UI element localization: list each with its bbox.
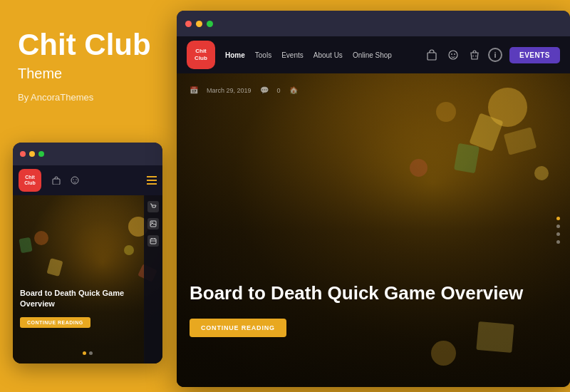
mobile-dot-yellow xyxy=(29,151,35,157)
svg-point-2 xyxy=(73,179,73,180)
hamburger-line-1 xyxy=(147,176,157,177)
mobile-hero-title: Board to Death Quick Game Overview xyxy=(20,288,138,309)
desktop-mockup: ChitClub Home Tools Events About Us Onli… xyxy=(177,11,570,387)
mobile-dot-red xyxy=(20,151,26,157)
events-button[interactable]: EVENTS xyxy=(509,47,560,63)
desktop-slider-dots xyxy=(556,217,560,244)
nav-shop[interactable]: Online Shop xyxy=(353,51,392,59)
svg-rect-7 xyxy=(428,53,436,60)
face-icon[interactable] xyxy=(68,174,81,187)
desktop-logo: ChitClub xyxy=(187,41,215,69)
app-subtitle: Theme xyxy=(18,66,157,82)
dot-1 xyxy=(83,351,86,355)
svg-point-1 xyxy=(71,177,78,184)
mobile-continue-button[interactable]: CONTINUE READING xyxy=(20,317,90,328)
mobile-hero-image xyxy=(13,195,162,363)
shop-icon[interactable] xyxy=(50,174,63,187)
slider-dot-4[interactable] xyxy=(556,240,560,244)
desktop-dot-red xyxy=(185,21,192,27)
sidebar-cart-icon[interactable] xyxy=(147,201,159,212)
svg-point-10 xyxy=(454,53,455,55)
svg-point-3 xyxy=(76,179,76,180)
hero-date: March 29, 2019 xyxy=(207,87,252,94)
nav-home[interactable]: Home xyxy=(225,51,245,59)
mobile-content: ChitClub xyxy=(13,165,162,363)
desktop-top-bar xyxy=(177,11,570,36)
desktop-dot-green xyxy=(207,21,213,27)
info-icon[interactable]: i xyxy=(488,48,502,62)
app-byline: By AncoraThemes xyxy=(18,92,157,103)
hero-content: Board to Death Quick Game Overview CONTI… xyxy=(190,282,527,337)
shop-icon[interactable] xyxy=(424,47,440,63)
nav-tools[interactable]: Tools xyxy=(255,51,271,59)
mobile-logo-text: ChitClub xyxy=(24,175,36,185)
mobile-top-bar xyxy=(13,143,162,165)
sidebar-calendar-icon[interactable] xyxy=(147,235,159,247)
hero-meta: 📅 March 29, 2019 💬 0 🏠 xyxy=(190,86,298,94)
mobile-slider-dots xyxy=(83,351,93,355)
bag-icon[interactable] xyxy=(467,47,482,63)
desktop-dot-yellow xyxy=(196,21,202,27)
slider-dot-3[interactable] xyxy=(556,232,560,236)
date-icon: 📅 xyxy=(190,86,198,94)
comment-icon: 💬 xyxy=(260,86,269,94)
mobile-mockup: ChitClub xyxy=(13,143,162,363)
mobile-logo: ChitClub xyxy=(19,169,41,192)
app-title: Chit Club xyxy=(18,29,157,61)
desktop-continue-button[interactable]: CONTINUE READING xyxy=(190,319,286,337)
desktop-logo-text: ChitClub xyxy=(195,48,207,61)
slider-dot-1[interactable] xyxy=(556,217,560,220)
dot-2 xyxy=(89,351,93,355)
nav-events[interactable]: Events xyxy=(281,51,304,59)
slider-dot-2[interactable] xyxy=(556,225,560,228)
desktop-hero-title: Board to Death Quick Game Overview xyxy=(190,282,527,304)
comment-count: 0 xyxy=(277,87,281,94)
svg-rect-0 xyxy=(53,179,60,185)
face-icon[interactable] xyxy=(445,47,461,63)
desktop-nav: ChitClub Home Tools Events About Us Onli… xyxy=(177,36,570,73)
hamburger-menu[interactable] xyxy=(147,176,157,185)
desktop-right-nav-icons: i xyxy=(424,47,502,63)
desktop-hero-image: 📅 March 29, 2019 💬 0 🏠 Board to Death Qu… xyxy=(177,73,570,387)
mobile-hero-overlay: Board to Death Quick Game Overview CONTI… xyxy=(20,288,138,328)
nav-about[interactable]: About Us xyxy=(314,51,343,59)
mobile-nav-icons xyxy=(50,174,81,187)
home-icon: 🏠 xyxy=(289,86,298,94)
mobile-nav: ChitClub xyxy=(13,165,162,195)
hamburger-line-2 xyxy=(147,180,157,181)
sidebar-image-icon[interactable] xyxy=(147,218,159,229)
mobile-sidebar-icons xyxy=(144,195,162,363)
svg-rect-6 xyxy=(150,239,156,244)
svg-point-8 xyxy=(449,51,457,59)
desktop-nav-links: Home Tools Events About Us Online Shop xyxy=(225,51,392,59)
hamburger-line-3 xyxy=(147,183,157,185)
svg-point-9 xyxy=(451,53,452,55)
mobile-dot-green xyxy=(38,151,44,157)
